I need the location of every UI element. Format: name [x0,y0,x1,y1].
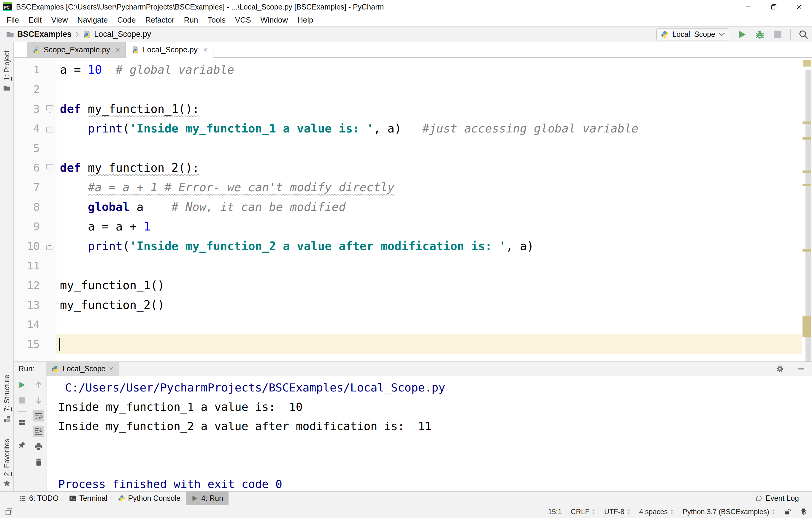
menu-tools[interactable]: Tools [203,13,230,26]
unlock-icon[interactable] [784,508,791,515]
editor-tab-scope-example-py[interactable]: Scope_Example.py [27,42,126,57]
breadcrumb-item-bscexamples[interactable]: BSCExamples [6,30,71,39]
toolbar-separator [18,434,26,434]
soft-wrap-button[interactable] [33,410,44,421]
status-python-3-7-bscexamples[interactable]: Python 3.7 (BSCExamples) [683,508,775,516]
search-everywhere-button[interactable] [799,29,808,39]
line-number[interactable]: 9 [13,217,43,237]
menu-navigate[interactable]: Navigate [73,13,113,26]
code-text[interactable]: a = 10 # global variable [56,60,802,80]
status-4-spaces[interactable]: 4 spaces [639,508,674,516]
run-console-output[interactable]: C:/Users/User/PycharmProjects/BSCExample… [47,376,812,491]
menu-window[interactable]: Window [256,13,293,26]
fold-end-marker[interactable]: − [46,242,53,250]
line-number[interactable]: 8 [13,197,43,217]
toolwindow-button-event-log[interactable]: Event Log [750,494,804,502]
line-number[interactable]: 14 [13,315,43,334]
minimize-button[interactable] [735,0,761,13]
fold-end-marker[interactable]: − [46,125,53,133]
code-text[interactable]: def my_function_1(): [56,99,802,119]
code-text[interactable]: global a # Now, it can be modified [56,197,802,217]
close-button[interactable] [786,0,812,13]
line-number[interactable]: 11 [13,256,43,276]
menu-view[interactable]: View [47,13,73,26]
line-number[interactable]: 7 [13,178,43,197]
code-editor[interactable]: 1a = 10 # global variable23−def my_funct… [13,58,812,361]
toolwindow-button-6-todo[interactable]: 6: TODO [13,492,64,505]
print-button[interactable] [33,441,44,452]
python-file-icon [83,30,91,38]
code-text[interactable] [56,138,802,158]
line-number[interactable]: 13 [13,295,43,315]
line-number[interactable]: 10 [13,237,43,256]
hector-inspector-icon[interactable] [800,508,807,515]
code-text[interactable] [56,334,802,354]
code-text[interactable] [56,315,802,334]
toggle-toolwindows-icon[interactable] [5,508,13,516]
restore-layout-button[interactable] [16,417,28,428]
menu-help[interactable]: Help [293,13,318,26]
toolwindow-button-7-structure[interactable]: 7: Structure [3,375,11,422]
settings-button[interactable] [776,365,784,373]
line-number[interactable]: 6 [13,158,43,178]
code-text[interactable]: def my_function_2(): [56,158,802,178]
stop-button[interactable] [773,29,783,39]
run-button[interactable] [737,29,747,39]
run-configuration-select[interactable]: Local_Scope [657,28,729,40]
run-tab[interactable]: Local_Scope [46,362,119,376]
hide-panel-button[interactable] [797,365,806,373]
down-stacktrace-button[interactable] [33,395,44,406]
fold-start-marker[interactable]: − [46,105,53,113]
debug-button[interactable] [755,29,765,39]
code-text[interactable]: print('Inside my_function_1 a value is: … [56,119,802,138]
fold-start-marker[interactable]: − [46,164,53,172]
status-15-1[interactable]: 15:1 [548,508,562,516]
breadcrumb-item-local-scope-py[interactable]: Local_Scope.py [83,30,151,39]
menu-refactor[interactable]: Refactor [140,13,179,26]
line-number[interactable]: 3 [13,99,43,119]
toolwindow-button-4-run[interactable]: 4: Run [186,492,229,505]
console-line: C:/Users/User/PycharmProjects/BSCExample… [58,378,812,398]
line-number[interactable]: 4 [13,119,43,138]
inspection-status-indicator[interactable] [803,60,811,66]
line-number[interactable]: 1 [13,60,43,80]
menu-edit[interactable]: Edit [24,13,47,26]
clear-all-button[interactable] [33,457,44,468]
editor-scrollbar[interactable] [802,58,812,361]
code-text[interactable]: print('Inside my_function_2 a value afte… [56,237,802,256]
menu-run[interactable]: Run [179,13,203,26]
up-stacktrace-button[interactable] [33,379,44,390]
toolwindow-button-terminal[interactable]: Terminal [64,492,113,505]
tab-close-icon[interactable] [115,48,120,52]
restore-icon [771,4,777,10]
code-token: #a = a + 1 # Error- we can't modify dire… [88,181,395,194]
line-number[interactable]: 5 [13,138,43,158]
scroll-to-end-button[interactable] [33,426,44,437]
menu-file[interactable]: File [2,13,24,26]
menu-code[interactable]: Code [113,13,140,26]
code-text[interactable]: a = a + 1 [56,217,802,237]
restore-button[interactable] [761,0,786,13]
close-run-tab-icon[interactable] [109,366,113,371]
status-crlf[interactable]: CRLF [571,508,596,516]
code-text[interactable]: my_function_2() [56,295,802,315]
code-text[interactable]: #a = a + 1 # Error- we can't modify dire… [56,178,802,197]
line-number[interactable]: 12 [13,276,43,295]
toolwindow-button-2-favorites[interactable]: 2: Favorites [3,439,11,487]
tab-close-icon[interactable] [203,48,208,52]
code-text[interactable]: my_function_1() [56,276,802,295]
status-utf-8[interactable]: UTF-8 [604,508,630,516]
line-number[interactable]: 2 [13,80,43,99]
main-area: 1: Project 7: Structure2: Favorites Scop… [0,42,812,491]
pin-tab-button[interactable] [16,439,28,451]
editor-tab-local-scope-py[interactable]: Local_Scope.py [126,42,213,58]
stop-process-button[interactable] [16,395,28,406]
code-token: # global variable [116,63,234,76]
toolwindow-button-1-project[interactable]: 1: Project [3,51,11,92]
rerun-button[interactable] [16,379,28,390]
code-text[interactable] [56,256,802,276]
line-number[interactable]: 15 [13,334,43,354]
toolwindow-button-python-console[interactable]: Python Console [113,492,186,505]
menu-vcs[interactable]: VCS [230,13,256,26]
code-text[interactable] [56,80,802,99]
